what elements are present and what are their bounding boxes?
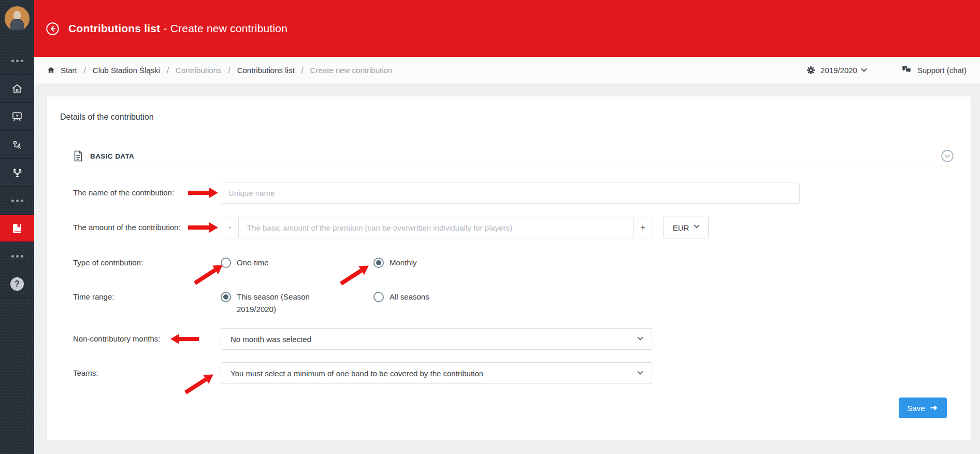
radio-circle[interactable] bbox=[373, 258, 384, 268]
amount-decrement-button[interactable]: - bbox=[221, 217, 239, 238]
teams-select[interactable]: You must select a minimum of one band to… bbox=[221, 362, 652, 384]
menu-dots-icon bbox=[11, 60, 23, 62]
chat-icon bbox=[901, 65, 912, 75]
save-button-label: Save bbox=[907, 404, 925, 413]
breadcrumb-item-contributions: Contributions bbox=[176, 66, 221, 75]
breadcrumb-separator: / bbox=[82, 66, 88, 75]
section-title: BASIC DATA bbox=[90, 152, 134, 160]
document-icon bbox=[73, 150, 83, 162]
back-button[interactable] bbox=[46, 22, 60, 36]
radio-all-seasons[interactable]: All seasons bbox=[373, 292, 429, 302]
amount-stepper: - + bbox=[221, 217, 652, 238]
breadcrumb-separator: / bbox=[165, 66, 170, 75]
arrow-right-icon bbox=[930, 404, 939, 412]
sidebar-item-more-top[interactable] bbox=[0, 47, 34, 75]
tactics-icon bbox=[11, 138, 23, 151]
sidebar-item-home[interactable] bbox=[0, 75, 34, 103]
menu-dots-icon bbox=[11, 255, 23, 258]
chevron-down-icon bbox=[637, 369, 643, 375]
breadcrumb-separator: / bbox=[227, 66, 232, 75]
help-icon: ? bbox=[10, 277, 24, 291]
currency-select[interactable]: EUR bbox=[663, 217, 709, 238]
page-title-strong: Contributions list bbox=[68, 22, 160, 34]
amount-increment-button[interactable]: + bbox=[634, 217, 652, 238]
page-title-rest: - Create new contribution bbox=[163, 22, 287, 34]
breadcrumb-item-start[interactable]: Start bbox=[61, 66, 77, 75]
breadcrumb-item-contributions-list[interactable]: Contributions list bbox=[237, 66, 295, 75]
save-button[interactable]: Save bbox=[899, 398, 947, 418]
chevron-down-icon bbox=[637, 335, 643, 340]
section-collapse-button[interactable] bbox=[941, 149, 954, 163]
teams-select-value: You must select a minimum of one band to… bbox=[230, 369, 483, 378]
contributions-book-icon bbox=[11, 222, 23, 235]
radio-this-season[interactable]: This season (Season 2019/2020) bbox=[221, 292, 325, 316]
radio-one-time[interactable]: One-time bbox=[221, 258, 269, 268]
radio-monthly-label: Monthly bbox=[390, 258, 417, 268]
radio-circle[interactable] bbox=[221, 258, 231, 268]
breadcrumb-item-create-new: Create new contribution bbox=[310, 66, 392, 75]
home-icon bbox=[11, 82, 23, 95]
contribution-name-input[interactable] bbox=[221, 182, 800, 204]
user-avatar-item[interactable] bbox=[0, 0, 34, 47]
time-range-field-label: Time range: bbox=[73, 292, 214, 302]
sidebar-item-tactics[interactable] bbox=[0, 131, 34, 159]
radio-circle[interactable] bbox=[221, 292, 231, 302]
basic-data-section-header: BASIC DATA bbox=[73, 150, 134, 162]
card-title: Details of the contribution bbox=[60, 112, 154, 122]
sidebar: ? bbox=[0, 0, 34, 454]
season-value: 2019/2020 bbox=[820, 66, 857, 75]
teams-field-label: Teams: bbox=[73, 362, 214, 384]
sidebar-item-contributions[interactable] bbox=[0, 215, 34, 242]
breadcrumb: Start / Club Stadion Śląski / Contributi… bbox=[47, 66, 392, 75]
team-structure-icon bbox=[11, 166, 24, 179]
currency-value: EUR bbox=[673, 223, 689, 232]
radio-one-time-label: One-time bbox=[237, 258, 269, 268]
sidebar-item-more-bottom[interactable] bbox=[0, 243, 34, 270]
annotation-arrow-monthly bbox=[338, 261, 372, 288]
months-select-value: No month was selected bbox=[230, 335, 311, 344]
breadcrumb-home-icon[interactable] bbox=[47, 66, 55, 75]
support-chat-label: Support (chat) bbox=[917, 66, 967, 75]
radio-this-season-label: This season (Season 2019/2020) bbox=[237, 291, 325, 316]
type-field-label: Type of contribution: bbox=[73, 258, 214, 268]
months-select[interactable]: No month was selected bbox=[221, 328, 652, 350]
months-field-label: Non-contributory months: bbox=[73, 328, 214, 350]
radio-circle[interactable] bbox=[373, 292, 384, 302]
breadcrumb-bar: Start / Club Stadion Śląski / Contributi… bbox=[34, 57, 980, 83]
season-picker[interactable]: 2019/2020 bbox=[806, 65, 866, 75]
page-title: Contributions list - Create new contribu… bbox=[68, 22, 287, 35]
gear-icon bbox=[806, 65, 816, 75]
support-chat-link[interactable]: Support (chat) bbox=[901, 65, 967, 75]
breadcrumb-bar-right: 2019/2020 Support (chat) bbox=[806, 65, 967, 75]
training-board-icon bbox=[11, 110, 23, 123]
sidebar-item-training-board[interactable] bbox=[0, 103, 34, 131]
sidebar-item-more-middle[interactable] bbox=[0, 187, 34, 215]
breadcrumb-separator: / bbox=[300, 66, 305, 75]
amount-field-label: The amount of the contribution: bbox=[73, 217, 214, 238]
radio-monthly[interactable]: Monthly bbox=[373, 258, 417, 268]
breadcrumb-item-club[interactable]: Club Stadion Śląski bbox=[93, 66, 160, 75]
chevron-down-icon bbox=[694, 222, 700, 228]
avatar bbox=[5, 6, 30, 31]
sidebar-item-team-structure[interactable] bbox=[0, 159, 34, 187]
menu-dots-icon bbox=[11, 200, 23, 202]
sidebar-item-help[interactable]: ? bbox=[0, 271, 34, 298]
main-content: Details of the contribution BASIC DATA T… bbox=[34, 83, 980, 454]
contribution-amount-input[interactable] bbox=[239, 217, 634, 238]
name-field-label: The name of the contribution: bbox=[73, 182, 214, 204]
radio-all-seasons-label: All seasons bbox=[390, 292, 429, 302]
page-header: Contributions list - Create new contribu… bbox=[34, 0, 980, 57]
chevron-down-icon bbox=[861, 66, 867, 72]
section-divider bbox=[73, 166, 949, 166]
contribution-form-card: Details of the contribution BASIC DATA T… bbox=[47, 96, 971, 441]
